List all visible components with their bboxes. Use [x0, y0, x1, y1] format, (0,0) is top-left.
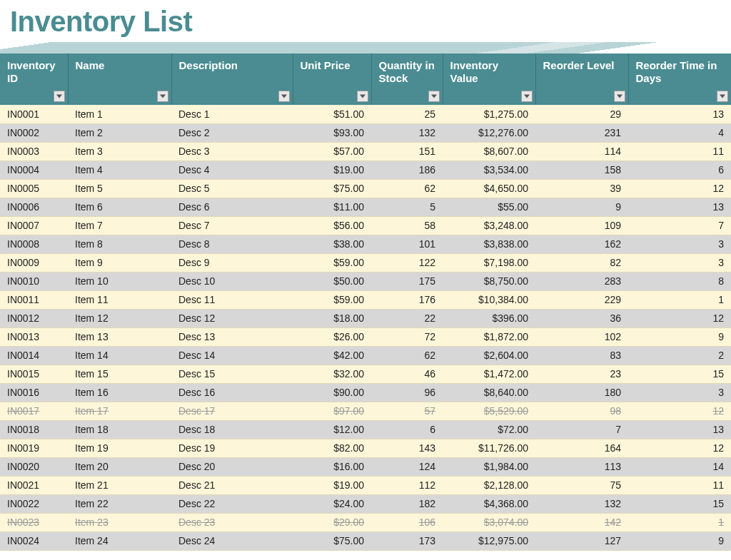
- table-row[interactable]: IN0009Item 9Desc 9$59.00122$7,198.00823: [0, 253, 731, 272]
- table-row[interactable]: IN0024Item 24Desc 24$75.00173$12,975.001…: [0, 531, 731, 550]
- cell-rl: 164: [535, 439, 628, 457]
- cell-rl: 113: [535, 457, 628, 476]
- cell-id: IN0015: [0, 365, 68, 383]
- table-row[interactable]: IN0003Item 3Desc 3$57.00151$8,607.001141…: [0, 142, 731, 161]
- col-header-desc[interactable]: Description: [171, 54, 293, 105]
- filter-dropdown-icon[interactable]: [614, 91, 625, 102]
- table-row[interactable]: IN0016Item 16Desc 16$90.0096$8,640.00180…: [0, 383, 731, 402]
- filter-dropdown-icon[interactable]: [278, 91, 290, 102]
- cell-desc: Desc 22: [171, 494, 293, 513]
- filter-dropdown-icon[interactable]: [54, 91, 65, 102]
- filter-dropdown-icon[interactable]: [521, 91, 533, 102]
- table-row[interactable]: IN0015Item 15Desc 15$32.0046$1,472.00231…: [0, 365, 731, 383]
- cell-qty: 106: [371, 513, 443, 531]
- table-row[interactable]: IN0008Item 8Desc 8$38.00101$3,838.001623: [0, 235, 731, 253]
- cell-price: $12.00: [293, 420, 371, 439]
- cell-rt: 11: [628, 142, 731, 161]
- filter-dropdown-icon[interactable]: [357, 91, 368, 102]
- cell-price: $16.00: [293, 457, 371, 476]
- cell-rt: 1: [628, 513, 731, 531]
- table-row[interactable]: IN0022Item 22Desc 22$24.00182$4,368.0013…: [0, 494, 731, 513]
- cell-val: $4,650.00: [443, 179, 535, 198]
- col-header-label: Inventory Value: [450, 59, 499, 84]
- cell-val: $3,248.00: [443, 216, 535, 235]
- cell-rt: 1: [628, 290, 731, 309]
- cell-val: $1,872.00: [443, 327, 535, 346]
- cell-id: IN0018: [0, 420, 68, 439]
- cell-qty: 175: [371, 272, 443, 290]
- cell-name: Item 12: [68, 309, 171, 327]
- cell-rl: 127: [535, 531, 628, 550]
- table-row[interactable]: IN0017Item 17Desc 17$97.0057$5,529.00981…: [0, 402, 731, 420]
- col-header-val[interactable]: Inventory Value: [443, 54, 535, 105]
- cell-rt: 15: [628, 365, 731, 383]
- col-header-id[interactable]: Inventory ID: [0, 54, 68, 105]
- cell-rl: 102: [535, 327, 628, 346]
- table-row[interactable]: IN0002Item 2Desc 2$93.00132$12,276.00231…: [0, 123, 731, 142]
- table-row[interactable]: IN0020Item 20Desc 20$16.00124$1,984.0011…: [0, 457, 731, 476]
- cell-id: IN0003: [0, 142, 68, 161]
- cell-name: Item 5: [68, 179, 171, 198]
- svg-marker-2: [281, 95, 287, 98]
- col-header-rt[interactable]: Reorder Time in Days: [628, 54, 731, 105]
- cell-val: $2,128.00: [443, 476, 535, 494]
- col-header-rl[interactable]: Reorder Level: [535, 54, 628, 105]
- cell-desc: Desc 20: [171, 457, 293, 476]
- table-row[interactable]: IN0007Item 7Desc 7$56.0058$3,248.001097: [0, 216, 731, 235]
- cell-price: $51.00: [293, 105, 371, 123]
- cell-qty: 101: [371, 235, 443, 253]
- cell-rt: 3: [628, 235, 731, 253]
- table-row[interactable]: IN0019Item 19Desc 19$82.00143$11,726.001…: [0, 439, 731, 457]
- table-row[interactable]: IN0012Item 12Desc 12$18.0022$396.003612: [0, 309, 731, 327]
- cell-rt: 4: [628, 123, 731, 142]
- table-row[interactable]: IN0023Item 23Desc 23$29.00106$3,074.0014…: [0, 513, 731, 531]
- cell-qty: 5: [371, 198, 443, 216]
- svg-marker-0: [56, 95, 62, 98]
- cell-val: $1,472.00: [443, 365, 535, 383]
- cell-rl: 162: [535, 235, 628, 253]
- cell-price: $18.00: [293, 309, 371, 327]
- cell-price: $75.00: [293, 179, 371, 198]
- cell-rt: 7: [628, 216, 731, 235]
- filter-dropdown-icon[interactable]: [428, 91, 440, 102]
- table-row[interactable]: IN0005Item 5Desc 5$75.0062$4,650.003912: [0, 179, 731, 198]
- cell-name: Item 8: [68, 235, 171, 253]
- cell-rl: 109: [535, 216, 628, 235]
- cell-price: $26.00: [293, 327, 371, 346]
- table-row[interactable]: IN0021Item 21Desc 21$19.00112$2,128.0075…: [0, 476, 731, 494]
- cell-price: $50.00: [293, 272, 371, 290]
- col-header-price[interactable]: Unit Price: [293, 54, 371, 105]
- cell-val: $8,640.00: [443, 383, 535, 402]
- cell-price: $82.00: [293, 439, 371, 457]
- table-row[interactable]: IN0014Item 14Desc 14$42.0062$2,604.00832: [0, 346, 731, 365]
- svg-marker-4: [431, 95, 437, 98]
- cell-desc: Desc 9: [171, 253, 293, 272]
- cell-desc: Desc 14: [171, 346, 293, 365]
- cell-name: Item 7: [68, 216, 171, 235]
- col-header-name[interactable]: Name: [68, 54, 171, 105]
- col-header-label: Name: [76, 59, 105, 71]
- cell-val: $7,198.00: [443, 253, 535, 272]
- cell-rl: 83: [535, 346, 628, 365]
- cell-rl: 98: [535, 402, 628, 420]
- table-row[interactable]: IN0006Item 6Desc 6$11.005$55.00913: [0, 198, 731, 216]
- table-row[interactable]: IN0013Item 13Desc 13$26.0072$1,872.00102…: [0, 327, 731, 346]
- cell-id: IN0024: [0, 531, 68, 550]
- table-row[interactable]: IN0011Item 11Desc 11$59.00176$10,384.002…: [0, 290, 731, 309]
- table-row[interactable]: IN0001Item 1Desc 1$51.0025$1,275.002913: [0, 105, 731, 123]
- table-row[interactable]: IN0004Item 4Desc 4$19.00186$3,534.001586: [0, 161, 731, 179]
- table-row[interactable]: IN0010Item 10Desc 10$50.00175$8,750.0028…: [0, 272, 731, 290]
- filter-dropdown-icon[interactable]: [717, 91, 728, 102]
- cell-val: $1,984.00: [443, 457, 535, 476]
- cell-rl: 283: [535, 272, 628, 290]
- cell-price: $59.00: [293, 253, 371, 272]
- cell-qty: 57: [371, 402, 443, 420]
- cell-qty: 46: [371, 365, 443, 383]
- table-row[interactable]: IN0018Item 18Desc 18$12.006$72.00713: [0, 420, 731, 439]
- cell-desc: Desc 1: [171, 105, 293, 123]
- cell-rl: 142: [535, 513, 628, 531]
- cell-rl: 29: [535, 105, 628, 123]
- cell-id: IN0011: [0, 290, 68, 309]
- col-header-qty[interactable]: Quantity in Stock: [371, 54, 443, 105]
- filter-dropdown-icon[interactable]: [157, 91, 168, 102]
